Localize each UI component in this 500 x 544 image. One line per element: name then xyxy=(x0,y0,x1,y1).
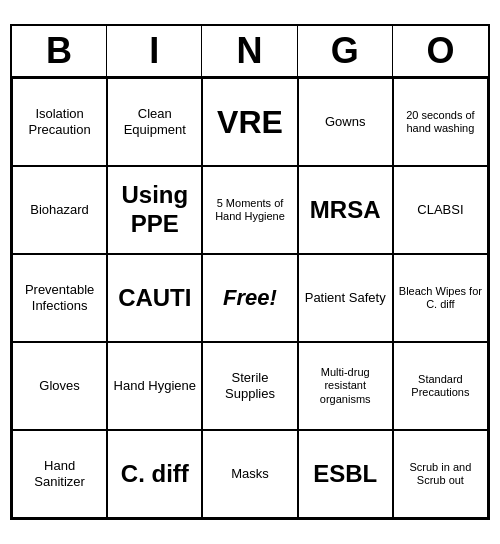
bingo-cell: Masks xyxy=(202,430,297,518)
bingo-cell: Standard Precautions xyxy=(393,342,488,430)
header-letter: G xyxy=(298,26,393,76)
bingo-cell: Isolation Precaution xyxy=(12,78,107,166)
bingo-cell: Clean Equipment xyxy=(107,78,202,166)
bingo-cell: Free! xyxy=(202,254,297,342)
bingo-cell: 20 seconds of hand washing xyxy=(393,78,488,166)
bingo-cell: Bleach Wipes for C. diff xyxy=(393,254,488,342)
bingo-cell: Using PPE xyxy=(107,166,202,254)
bingo-grid: Isolation PrecautionClean EquipmentVREGo… xyxy=(12,78,488,518)
header-letter: N xyxy=(202,26,297,76)
bingo-cell: Hand Hygiene xyxy=(107,342,202,430)
bingo-cell: CAUTI xyxy=(107,254,202,342)
header-letter: O xyxy=(393,26,488,76)
bingo-cell: Gloves xyxy=(12,342,107,430)
bingo-cell: C. diff xyxy=(107,430,202,518)
bingo-cell: Hand Sanitizer xyxy=(12,430,107,518)
bingo-cell: ESBL xyxy=(298,430,393,518)
bingo-cell: 5 Moments of Hand Hygiene xyxy=(202,166,297,254)
bingo-cell: VRE xyxy=(202,78,297,166)
bingo-cell: Preventable Infections xyxy=(12,254,107,342)
bingo-cell: Biohazard xyxy=(12,166,107,254)
header-letter: I xyxy=(107,26,202,76)
bingo-cell: Multi-drug resistant organisms xyxy=(298,342,393,430)
bingo-cell: Sterile Supplies xyxy=(202,342,297,430)
header-letter: B xyxy=(12,26,107,76)
bingo-cell: Gowns xyxy=(298,78,393,166)
bingo-cell: CLABSI xyxy=(393,166,488,254)
bingo-cell: Scrub in and Scrub out xyxy=(393,430,488,518)
bingo-cell: MRSA xyxy=(298,166,393,254)
bingo-cell: Patient Safety xyxy=(298,254,393,342)
bingo-card: BINGO Isolation PrecautionClean Equipmen… xyxy=(10,24,490,520)
bingo-header: BINGO xyxy=(12,26,488,78)
